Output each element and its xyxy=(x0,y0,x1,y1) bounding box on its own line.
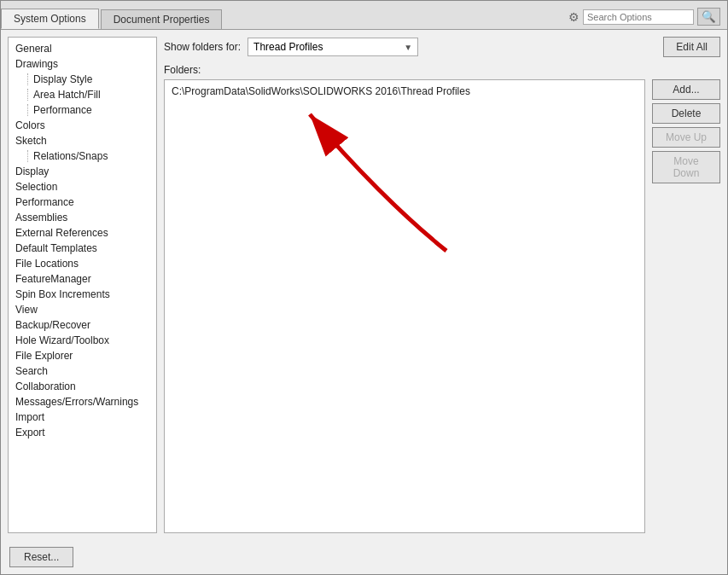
main-window: System Options Document Properties ⚙ 🔍 G… xyxy=(0,0,728,575)
reset-button[interactable]: Reset... xyxy=(9,547,73,567)
sidebar-item-export[interactable]: Export xyxy=(9,425,156,440)
sidebar-item-performance[interactable]: Performance xyxy=(9,195,156,210)
sidebar-item-sketch[interactable]: Sketch xyxy=(9,133,156,148)
bottom-bar: Reset... xyxy=(1,540,727,574)
folders-label: Folders: xyxy=(164,64,645,76)
sidebar-item-assemblies[interactable]: Assemblies xyxy=(9,210,156,225)
chevron-down-icon: ▼ xyxy=(404,43,412,52)
tab-system-options[interactable]: System Options xyxy=(1,9,99,29)
folders-section: Folders: C:\ProgramData\SolidWorks\SOLID… xyxy=(164,64,720,533)
sidebar-item-performance-drawings[interactable]: Performance xyxy=(9,102,156,118)
folder-path-item: C:\ProgramData\SolidWorks\SOLIDWORKS 201… xyxy=(168,84,641,99)
sidebar-item-search[interactable]: Search xyxy=(9,363,156,379)
move-up-button[interactable]: Move Up xyxy=(652,127,720,148)
sidebar-item-external-references[interactable]: External References xyxy=(9,225,156,241)
sidebar-item-default-templates[interactable]: Default Templates xyxy=(9,241,156,256)
tab-document-properties[interactable]: Document Properties xyxy=(101,9,223,29)
search-button[interactable]: 🔍 xyxy=(697,8,720,26)
thread-profiles-dropdown[interactable]: Thread Profiles ▼ xyxy=(248,38,418,56)
sidebar-item-general[interactable]: General xyxy=(9,41,156,56)
sidebar-item-area-hatch-fill[interactable]: Area Hatch/Fill xyxy=(9,87,156,102)
sidebar-item-collaboration[interactable]: Collaboration xyxy=(9,379,156,394)
sidebar-item-file-locations[interactable]: File Locations xyxy=(9,256,156,271)
folder-list: C:\ProgramData\SolidWorks\SOLIDWORKS 201… xyxy=(164,79,645,533)
edit-all-button[interactable]: Edit All xyxy=(663,37,720,57)
sidebar: General Drawings Display Style Area Hatc… xyxy=(8,37,157,533)
action-buttons: Add... Delete Move Up Move Down xyxy=(652,79,720,533)
sidebar-item-colors[interactable]: Colors xyxy=(9,118,156,133)
sidebar-item-file-explorer[interactable]: File Explorer xyxy=(9,348,156,363)
sidebar-item-relations-snaps[interactable]: Relations/Snaps xyxy=(9,148,156,164)
right-panel: Show folders for: Thread Profiles ▼ Edit… xyxy=(164,37,720,533)
folders-content: Folders: C:\ProgramData\SolidWorks\SOLID… xyxy=(164,64,645,533)
add-button[interactable]: Add... xyxy=(652,79,720,100)
sidebar-item-display-style[interactable]: Display Style xyxy=(9,72,156,87)
sidebar-item-hole-wizard-toolbox[interactable]: Hole Wizard/Toolbox xyxy=(9,333,156,348)
search-bar-container xyxy=(583,9,694,25)
search-icon: 🔍 xyxy=(702,10,716,23)
sidebar-item-feature-manager[interactable]: FeatureManager xyxy=(9,271,156,287)
show-folders-label: Show folders for: xyxy=(164,41,241,53)
sidebar-item-import[interactable]: Import xyxy=(9,409,156,425)
sidebar-item-selection[interactable]: Selection xyxy=(9,179,156,195)
sidebar-item-messages-errors-warnings[interactable]: Messages/Errors/Warnings xyxy=(9,394,156,409)
delete-button[interactable]: Delete xyxy=(652,103,720,124)
search-input[interactable] xyxy=(587,12,681,22)
search-area: ⚙ 🔍 xyxy=(562,4,727,29)
gear-icon: ⚙ xyxy=(568,10,579,24)
main-content: General Drawings Display Style Area Hatc… xyxy=(1,30,727,540)
tab-bar: System Options Document Properties ⚙ 🔍 xyxy=(1,1,727,30)
show-folders-row: Show folders for: Thread Profiles ▼ Edit… xyxy=(164,37,720,57)
sidebar-item-spin-box-increments[interactable]: Spin Box Increments xyxy=(9,287,156,302)
sidebar-item-backup-recover[interactable]: Backup/Recover xyxy=(9,317,156,333)
annotation-arrow xyxy=(165,80,644,532)
move-down-button[interactable]: Move Down xyxy=(652,151,720,183)
sidebar-item-drawings[interactable]: Drawings xyxy=(9,56,156,72)
sidebar-item-display[interactable]: Display xyxy=(9,164,156,179)
sidebar-item-view[interactable]: View xyxy=(9,302,156,317)
